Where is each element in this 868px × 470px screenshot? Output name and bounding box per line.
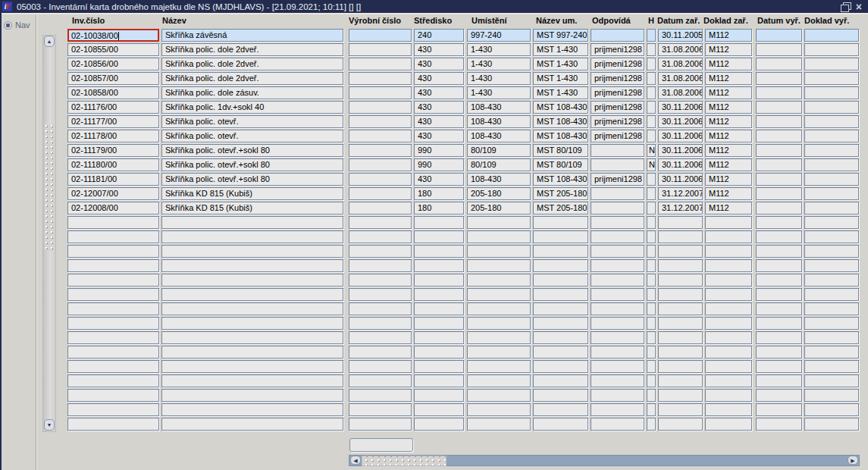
grid-cell-inv[interactable] [67, 274, 159, 287]
grid-cell-umisteni[interactable] [467, 230, 531, 243]
grid-cell-nazev[interactable]: Skříňka polic. dole 2dveř. [161, 58, 343, 70]
grid-cell-inv[interactable] [67, 389, 159, 402]
grid-cell-odpovida[interactable] [591, 389, 644, 402]
grid-cell-nazev[interactable]: Skříňka polic. otevř.+sokl 80 [161, 158, 343, 171]
grid-cell-odpovida[interactable] [591, 245, 644, 258]
grid-cell-datum_vyr[interactable] [756, 317, 802, 330]
grid-cell-stredisko[interactable] [414, 216, 464, 229]
grid-cell-stredisko[interactable] [414, 230, 464, 243]
grid-cell-nazev[interactable]: Skříňka polic. dole zásuv. [161, 86, 343, 99]
grid-cell-vyrobni[interactable] [349, 216, 412, 229]
grid-cell-inv[interactable]: 02-12007/00 [67, 187, 159, 200]
detail-field[interactable] [349, 438, 413, 452]
grid-cell-odpovida[interactable] [591, 346, 644, 359]
grid-cell-datum_zar[interactable]: 30.11.2006 [658, 130, 703, 143]
grid-cell-doklad_zar[interactable] [705, 317, 752, 330]
grid-cell-stredisko[interactable]: 430 [414, 86, 464, 99]
grid-cell-doklad_zar[interactable] [705, 374, 752, 387]
grid-cell-h[interactable] [647, 288, 656, 301]
grid-cell-stredisko[interactable]: 180 [414, 202, 464, 215]
horizontal-scrollbar[interactable]: ◀ ▶ [349, 455, 860, 466]
grid-cell-datum_vyr[interactable] [756, 29, 802, 42]
grid-cell-nazev_um[interactable] [533, 216, 588, 229]
grid-cell-nazev_um[interactable]: MST 1-430 [533, 43, 588, 56]
grid-cell-datum_zar[interactable] [658, 245, 703, 258]
grid-cell-nazev_um[interactable]: MST 997-240 [533, 29, 588, 42]
grid-cell-h[interactable] [647, 403, 656, 416]
grid-cell-doklad_zar[interactable] [705, 230, 752, 243]
grid-cell-doklad_zar[interactable]: M112 [705, 58, 752, 70]
grid-cell-doklad_vyr[interactable] [804, 173, 859, 186]
grid-cell-h[interactable] [647, 245, 656, 258]
grid-cell-nazev_um[interactable]: MST 205-180 [533, 187, 588, 200]
grid-cell-datum_vyr[interactable] [756, 144, 802, 157]
grid-cell-stredisko[interactable] [414, 418, 464, 431]
grid-cell-stredisko[interactable] [414, 389, 464, 402]
grid-cell-vyrobni[interactable] [349, 360, 412, 373]
grid-cell-vyrobni[interactable] [349, 86, 412, 99]
grid-cell-datum_zar[interactable] [658, 403, 703, 416]
grid-cell-datum_zar[interactable]: 30.11.2005 [658, 29, 703, 42]
grid-cell-odpovida[interactable] [591, 360, 644, 373]
grid-cell-h[interactable] [647, 346, 656, 359]
grid-cell-doklad_zar[interactable]: M112 [705, 130, 752, 143]
grid-cell-datum_zar[interactable]: 31.08.2006 [658, 86, 703, 99]
grid-cell-vyrobni[interactable] [349, 43, 412, 56]
grid-cell-datum_vyr[interactable] [756, 331, 802, 344]
grid-cell-doklad_vyr[interactable] [804, 288, 859, 301]
grid-cell-datum_vyr[interactable] [756, 187, 802, 200]
grid-cell-datum_vyr[interactable] [756, 259, 802, 272]
grid-cell-umisteni[interactable]: 205-180 [467, 202, 531, 215]
grid-cell-doklad_vyr[interactable] [804, 202, 859, 215]
grid-cell-datum_vyr[interactable] [756, 302, 802, 315]
grid-cell-nazev[interactable]: Skříňka polic. otevř. [161, 130, 343, 143]
grid-cell-vyrobni[interactable] [349, 130, 412, 143]
grid-cell-nazev_um[interactable]: MST 108-430 [533, 115, 588, 128]
grid-cell-h[interactable] [647, 374, 656, 387]
grid-cell-umisteni[interactable] [467, 331, 531, 344]
grid-cell-umisteni[interactable] [467, 274, 531, 287]
grid-cell-datum_vyr[interactable] [756, 360, 802, 373]
grid-cell-umisteni[interactable] [467, 245, 531, 258]
grid-cell-nazev_um[interactable] [533, 360, 588, 373]
grid-cell-inv[interactable] [67, 403, 159, 416]
grid-cell-vyrobni[interactable] [349, 230, 412, 243]
grid-cell-h[interactable] [647, 101, 656, 114]
grid-cell-h[interactable] [647, 86, 656, 99]
grid-cell-datum_zar[interactable]: 30.11.2006 [658, 101, 703, 114]
nav-toggle[interactable]: Nav [4, 20, 36, 30]
grid-cell-h[interactable] [647, 43, 656, 56]
grid-cell-odpovida[interactable]: prijmeni1298 jm [591, 173, 644, 186]
grid-cell-datum_vyr[interactable] [756, 202, 802, 215]
grid-cell-doklad_zar[interactable]: M112 [705, 101, 752, 114]
grid-cell-odpovida[interactable]: prijmeni1298 jm [591, 58, 644, 70]
grid-cell-h[interactable] [647, 29, 656, 42]
grid-cell-stredisko[interactable] [414, 346, 464, 359]
grid-cell-doklad_vyr[interactable] [804, 130, 859, 143]
grid-cell-nazev[interactable] [161, 374, 343, 387]
grid-cell-stredisko[interactable] [414, 259, 464, 272]
grid-cell-vyrobni[interactable] [349, 274, 412, 287]
grid-cell-nazev[interactable]: Skříňka polic. otevř. [161, 115, 343, 128]
grid-cell-vyrobni[interactable] [349, 317, 412, 330]
grid-cell-umisteni[interactable]: 108-430 [467, 173, 531, 186]
vertical-scrollbar[interactable]: ▲ ▼ [42, 35, 56, 432]
grid-cell-nazev[interactable] [161, 230, 343, 243]
grid-cell-odpovida[interactable] [591, 144, 644, 157]
grid-cell-nazev_um[interactable] [533, 374, 588, 387]
grid-cell-h[interactable] [647, 173, 656, 186]
grid-cell-vyrobni[interactable] [349, 101, 412, 114]
grid-cell-nazev_um[interactable]: MST 80/109 [533, 144, 588, 157]
grid-cell-doklad_vyr[interactable] [804, 58, 859, 70]
grid-cell-stredisko[interactable]: 430 [414, 101, 464, 114]
grid-cell-doklad_vyr[interactable] [804, 187, 859, 200]
grid-cell-stredisko[interactable] [414, 360, 464, 373]
grid-cell-doklad_vyr[interactable] [804, 346, 859, 359]
grid-cell-stredisko[interactable]: 430 [414, 58, 464, 70]
grid-cell-inv[interactable] [67, 374, 159, 387]
grid-cell-nazev_um[interactable] [533, 230, 588, 243]
grid-cell-nazev[interactable] [161, 418, 343, 431]
grid-cell-vyrobni[interactable] [349, 389, 412, 402]
grid-cell-inv[interactable] [67, 331, 159, 344]
grid-cell-nazev[interactable] [161, 317, 343, 330]
